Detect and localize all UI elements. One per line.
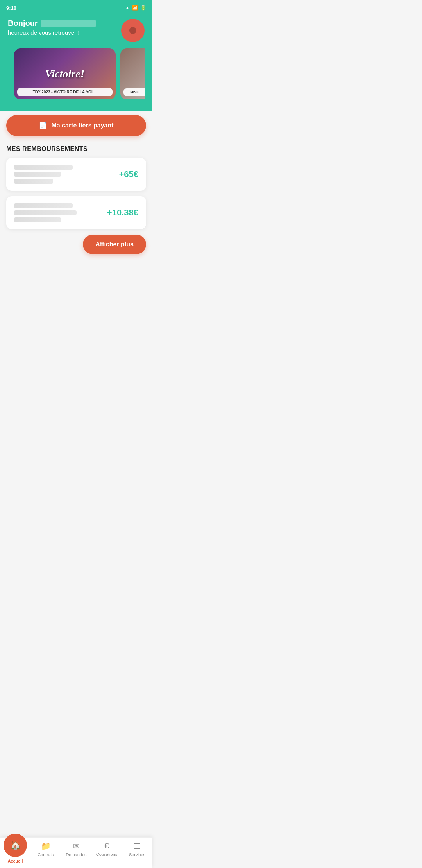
carousel-card-label-2: MISE...	[123, 88, 145, 96]
remb-amount-2: +10.38€	[107, 208, 138, 218]
signal-icon: 📶	[132, 5, 138, 11]
carousel-card-side[interactable]: MISE...	[120, 48, 145, 99]
remb-blur-line-2-1	[14, 203, 73, 208]
avatar-inner	[129, 27, 136, 34]
tiers-payant-icon: 📄	[39, 121, 47, 130]
remboursement-card-2[interactable]: +10.38€	[6, 196, 146, 229]
remb-blur-line-1-2	[14, 172, 61, 177]
main-content: 📄 Ma carte tiers payant MES REMBOURSEMEN…	[0, 107, 152, 293]
remboursement-card-1[interactable]: +65€	[6, 158, 146, 191]
remb-blur-line-1-1	[14, 165, 73, 170]
status-bar: 9:18 ▲ 📶 🔋	[0, 0, 152, 14]
carousel-card-label-1: TDY 2023 - VICTOIRE DE LA YOL...	[17, 88, 113, 96]
remb-blur-line-2-2	[14, 210, 77, 215]
status-icons: ▲ 📶 🔋	[125, 5, 146, 11]
hero-subtitle: heureux de vous retrouver !	[8, 29, 116, 36]
victoire-text: Victoire!	[45, 68, 84, 80]
greeting-text: Bonjour	[8, 19, 38, 28]
tiers-payant-label: Ma carte tiers payant	[51, 122, 113, 129]
carousel: Victoire! TDY 2023 - VICTOIRE DE LA YOL.…	[8, 42, 145, 99]
remb-amount-1: +65€	[119, 169, 138, 179]
remb-card-2-details	[14, 203, 102, 222]
tiers-payant-button[interactable]: 📄 Ma carte tiers payant	[6, 115, 146, 136]
wifi-icon: ▲	[125, 5, 130, 11]
remb-blur-line-2-3	[14, 217, 61, 222]
avatar[interactable]	[121, 19, 145, 42]
carousel-card-victoire[interactable]: Victoire! TDY 2023 - VICTOIRE DE LA YOL.…	[14, 48, 116, 99]
hero-section: Bonjour heureux de vous retrouver ! Vict…	[0, 14, 152, 111]
remb-blur-line-1-3	[14, 179, 53, 184]
afficher-plus-button[interactable]: Afficher plus	[83, 235, 146, 254]
section-title-remboursements: MES REMBOURSEMENTS	[6, 145, 146, 152]
status-time: 9:18	[6, 5, 16, 11]
hero-greeting: Bonjour heureux de vous retrouver !	[8, 19, 116, 36]
remb-card-1-details	[14, 165, 114, 184]
battery-icon: 🔋	[140, 5, 146, 11]
user-name-blurred	[41, 20, 96, 27]
afficher-plus-row: Afficher plus	[6, 235, 146, 254]
